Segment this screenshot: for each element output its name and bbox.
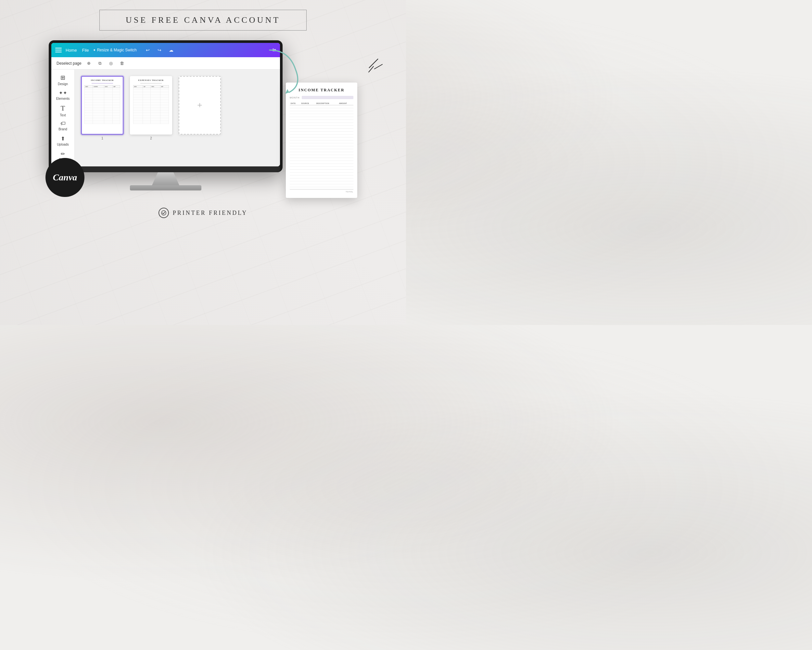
- preview-table-cell: [300, 158, 315, 161]
- page-1-thumb[interactable]: INCOME TRACKER DATE SOURCE DESC: [81, 76, 124, 135]
- table-row: [290, 138, 353, 141]
- preview-table-cell: [290, 179, 300, 181]
- preview-table-cell: [315, 138, 338, 141]
- table-row: [290, 146, 353, 149]
- preview-table-cell: [300, 120, 315, 123]
- table-row: [290, 132, 353, 135]
- preview-table-cell: [290, 114, 300, 117]
- eye-icon[interactable]: ◎: [107, 60, 114, 67]
- preview-table-cell: [290, 176, 300, 179]
- page1-title: INCOME TRACKER: [84, 79, 120, 81]
- table-row: [290, 108, 353, 111]
- preview-table-cell: [315, 164, 338, 167]
- table-cell: [143, 122, 150, 124]
- footer-section: PRINTER FRIENDLY: [159, 208, 248, 218]
- preview-table-cell: [290, 149, 300, 152]
- svg-marker-0: [285, 89, 289, 94]
- undo-icon[interactable]: ↩: [143, 46, 152, 55]
- preview-table-cell: [315, 170, 338, 173]
- preview-table-cell: [315, 117, 338, 120]
- preview-table-cell: [338, 129, 353, 132]
- preview-table-cell: [290, 158, 300, 161]
- brand-icon: 🏷: [60, 121, 66, 127]
- table-row: [290, 114, 353, 117]
- title-box: USE FREE CANVA ACCOUNT: [99, 10, 307, 31]
- preview-table-cell: [300, 152, 315, 155]
- sidebar-item-brand[interactable]: 🏷 Brand: [53, 119, 73, 133]
- preview-table-cell: [338, 138, 353, 141]
- sidebar-item-uploads[interactable]: ⬆ Uploads: [53, 134, 73, 148]
- preview-table-cell: [338, 167, 353, 170]
- canva-topbar: Home File ✦ Resize & Magic Switch ↩ ↪ ☁: [51, 43, 280, 57]
- topbar-file[interactable]: File: [82, 48, 89, 53]
- table-cell: [113, 122, 120, 124]
- preview-table-cell: [315, 111, 338, 114]
- preview-table-cell: [315, 173, 338, 176]
- redo-icon[interactable]: ↪: [155, 46, 164, 55]
- preview-table-cell: [315, 143, 338, 146]
- table-cell: [160, 122, 169, 124]
- preview-table-cell: [338, 146, 353, 149]
- table-row: [290, 117, 353, 120]
- preview-month-label: MONTH: [290, 96, 300, 99]
- preview-table-cell: [300, 173, 315, 176]
- preview-table-cell: [300, 164, 315, 167]
- preview-table-cell: [338, 126, 353, 129]
- delete-page-icon[interactable]: 🗑: [119, 60, 126, 67]
- page-2-thumb[interactable]: EXPENSES TRACKER DATE CAT DESC: [130, 76, 172, 135]
- preview-table-cell: [290, 138, 300, 141]
- page-title: USE FREE CANVA ACCOUNT: [126, 15, 280, 25]
- preview-table-cell: [300, 132, 315, 135]
- add-page-icon[interactable]: ⊕: [85, 60, 93, 67]
- preview-table-cell: [315, 155, 338, 158]
- table-row: [290, 123, 353, 126]
- cloud-save-icon[interactable]: ☁: [166, 46, 176, 55]
- table-row: [290, 170, 353, 173]
- hamburger-menu-icon[interactable]: [55, 48, 62, 52]
- table-row: [290, 184, 353, 187]
- curved-arrow: [263, 44, 308, 96]
- preview-table-cell: [290, 117, 300, 120]
- preview-table-cell: [300, 176, 315, 179]
- deselect-page-btn[interactable]: Deselect page: [56, 61, 81, 66]
- canva-canvas: INCOME TRACKER DATE SOURCE DESC: [75, 70, 280, 167]
- monitor-base: [130, 185, 201, 190]
- table-cell: [93, 122, 104, 124]
- preview-table-cell: [315, 129, 338, 132]
- col-source: SOURCE: [300, 102, 315, 105]
- preview-table-cell: [300, 108, 315, 111]
- table-row: [290, 167, 353, 170]
- sidebar-item-elements[interactable]: ✦✦ Elements: [53, 88, 73, 102]
- preview-table-cell: [338, 117, 353, 120]
- preview-table: DATE SOURCE DESCRIPTION AMOUNT: [290, 102, 353, 187]
- sidebar-item-design[interactable]: ⊞ Design: [53, 73, 73, 87]
- preview-table-cell: [338, 111, 353, 114]
- page-2-wrapper: EXPENSES TRACKER DATE CAT DESC: [130, 76, 172, 140]
- preview-table-cell: [300, 143, 315, 146]
- copy-page-icon[interactable]: ⧉: [96, 60, 104, 67]
- preview-table-cell: [338, 176, 353, 179]
- preview-table-cell: [300, 114, 315, 117]
- preview-total-label: TOTAL: [346, 191, 353, 193]
- preview-table-cell: [338, 158, 353, 161]
- preview-table-cell: [300, 138, 315, 141]
- preview-table-cell: [315, 120, 338, 123]
- table-row: [290, 141, 353, 143]
- sidebar-item-text[interactable]: T Text: [53, 103, 73, 117]
- table-row: [290, 158, 353, 161]
- topbar-home[interactable]: Home: [66, 48, 77, 53]
- preview-table-cell: [315, 126, 338, 129]
- table-row: [290, 176, 353, 179]
- preview-table-cell: [315, 146, 338, 149]
- add-page-button[interactable]: +: [179, 76, 221, 135]
- preview-table-cell: [315, 161, 338, 164]
- preview-table-cell: [300, 123, 315, 126]
- preview-table-cell: [315, 167, 338, 170]
- preview-month-row: MONTH: [290, 96, 353, 99]
- magic-switch-btn[interactable]: ✦ Resize & Magic Switch: [93, 48, 137, 52]
- elements-icon: ✦✦: [59, 90, 67, 96]
- table-cell: [151, 122, 160, 124]
- preview-month-bar: [302, 96, 353, 99]
- preview-table-cell: [338, 179, 353, 181]
- preview-table-cell: [338, 141, 353, 143]
